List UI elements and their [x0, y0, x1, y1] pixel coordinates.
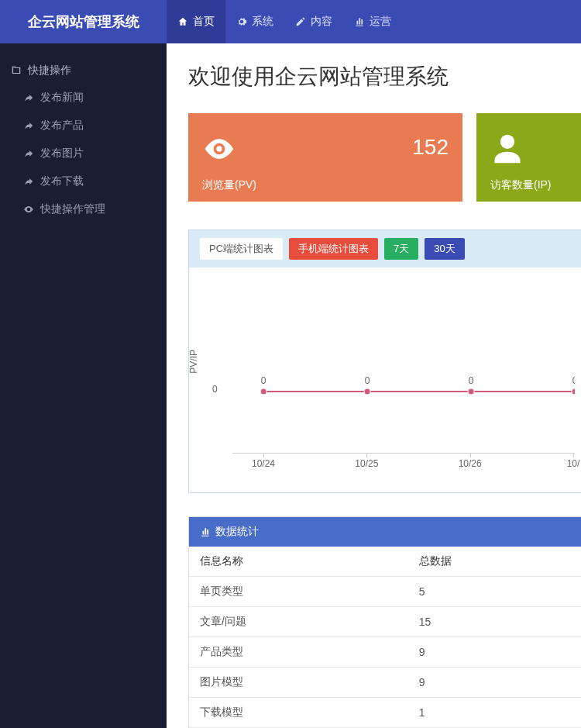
table-cell-total: 9 — [408, 668, 581, 698]
share-icon — [23, 92, 34, 103]
topnav-system[interactable]: 系统 — [225, 0, 284, 43]
table-cell-total: 5 — [408, 577, 581, 607]
chart-panel: PC端统计图表 手机端统计图表 7天 30天 PV/IP 0 0000 10/2… — [188, 229, 581, 493]
table-cell-total: 9 — [408, 637, 581, 668]
svg-point-4 — [468, 388, 474, 395]
tab-pc[interactable]: PC端统计图表 — [200, 238, 283, 260]
sidebar-item-label: 发布新闻 — [40, 91, 84, 105]
sidebar-item-label: 发布图片 — [40, 147, 84, 160]
table-row: 图片模型9 — [189, 668, 581, 698]
sidebar-item-label: 快捷操作管理 — [40, 202, 105, 216]
topnav: 首页 系统 内容 运营 — [167, 0, 402, 43]
brand: 企云网站管理系统 — [0, 12, 167, 31]
svg-point-0 — [260, 388, 266, 395]
table-cell-name: 单页类型 — [189, 577, 408, 607]
sidebar-item-label: 发布下载 — [40, 174, 84, 188]
svg-text:0: 0 — [469, 375, 474, 386]
sidebar-item-download[interactable]: 发布下载 — [0, 167, 167, 195]
topnav-content[interactable]: 内容 — [284, 0, 343, 43]
svg-text:0: 0 — [261, 375, 266, 386]
tab-mobile[interactable]: 手机端统计图表 — [289, 238, 378, 260]
topnav-operations[interactable]: 运营 — [343, 0, 402, 43]
chart-plot: 0000 — [232, 283, 575, 454]
table-header: 信息名称 — [189, 547, 408, 577]
topnav-label: 首页 — [193, 15, 215, 29]
svg-text:0: 0 — [572, 375, 575, 386]
eye-icon — [202, 132, 236, 168]
chart-tabs: PC端统计图表 手机端统计图表 7天 30天 — [189, 230, 581, 267]
sidebar-heading-label: 快捷操作 — [28, 64, 71, 78]
chart-icon — [200, 526, 211, 537]
table-header: 总数据 — [408, 547, 581, 577]
table-row: 产品类型9 — [189, 637, 581, 668]
home-icon — [177, 16, 188, 27]
topnav-home[interactable]: 首页 — [167, 0, 225, 43]
chart-ytick: 0 — [212, 384, 218, 395]
chart-xaxis — [232, 453, 575, 454]
table-cell-name: 图片模型 — [189, 668, 408, 698]
table-cell-name: 下载模型 — [189, 698, 408, 728]
table-row: 单页类型5 — [189, 577, 581, 607]
edit-icon — [295, 16, 306, 27]
svg-point-6 — [572, 388, 575, 395]
card-pv[interactable]: 152 浏览量(PV) — [188, 113, 462, 202]
chart-icon — [354, 16, 365, 27]
table-cell-name: 文章/问题 — [189, 607, 408, 637]
chart-ylabel: PV/IP — [188, 350, 199, 374]
eye-icon — [23, 204, 34, 215]
sidebar-heading[interactable]: 快捷操作 — [0, 57, 167, 84]
page-title: 欢迎使用企云网站管理系统 — [188, 62, 581, 91]
card-ip[interactable]: 访客数量(IP) — [476, 113, 581, 202]
tab-30days[interactable]: 30天 — [425, 238, 464, 260]
table-header-row: 信息名称 总数据 — [189, 547, 581, 577]
topnav-label: 内容 — [311, 15, 332, 29]
topnav-label: 系统 — [252, 15, 273, 29]
table-cell-name: 产品类型 — [189, 637, 408, 668]
sidebar: 快捷操作 发布新闻 发布产品 发布图片 发布下载 快捷操作管理 — [0, 43, 167, 728]
card-pv-label: 浏览量(PV) — [202, 178, 256, 192]
topnav-label: 运营 — [370, 15, 391, 29]
stat-cards: 152 浏览量(PV) 访客数量(IP) — [188, 113, 581, 202]
share-icon — [23, 148, 34, 159]
sidebar-item-manage[interactable]: 快捷操作管理 — [0, 195, 167, 223]
tab-7days[interactable]: 7天 — [384, 238, 418, 260]
chart-xtick: 10/26 — [459, 458, 482, 469]
user-icon — [490, 132, 524, 168]
sidebar-item-label: 发布产品 — [40, 119, 84, 133]
stats-table: 信息名称 总数据 单页类型5文章/问题15产品类型9图片模型9下载模型1 — [189, 547, 581, 728]
share-icon — [23, 120, 34, 131]
table-cell-total: 15 — [408, 607, 581, 637]
gear-icon — [236, 16, 247, 27]
share-icon — [23, 176, 34, 187]
svg-text:0: 0 — [365, 375, 370, 386]
main-content: 欢迎使用企云网站管理系统 152 浏览量(PV) 访客数量(IP) PC端统计图… — [167, 43, 581, 728]
stats-panel: 数据统计 信息名称 总数据 单页类型5文章/问题15产品类型9图片模型9下载模型… — [188, 516, 581, 728]
table-cell-total: 1 — [408, 698, 581, 728]
table-row: 文章/问题15 — [189, 607, 581, 637]
chart-xtick: 10/ — [567, 458, 580, 469]
chart-area: PV/IP 0 0000 10/2410/2510/2610/ — [189, 267, 581, 492]
stats-title: 数据统计 — [215, 525, 259, 539]
sidebar-item-news[interactable]: 发布新闻 — [0, 84, 167, 112]
chart-xtick: 10/24 — [252, 458, 275, 469]
folder-icon — [11, 65, 22, 76]
card-pv-value: 152 — [412, 135, 449, 160]
topbar: 企云网站管理系统 首页 系统 内容 运营 — [0, 0, 581, 43]
table-row: 下载模型1 — [189, 698, 581, 728]
sidebar-item-product[interactable]: 发布产品 — [0, 112, 167, 140]
chart-xtick: 10/25 — [355, 458, 378, 469]
svg-point-2 — [364, 388, 370, 395]
stats-heading: 数据统计 — [189, 517, 581, 547]
sidebar-item-image[interactable]: 发布图片 — [0, 140, 167, 167]
card-ip-label: 访客数量(IP) — [490, 178, 552, 192]
